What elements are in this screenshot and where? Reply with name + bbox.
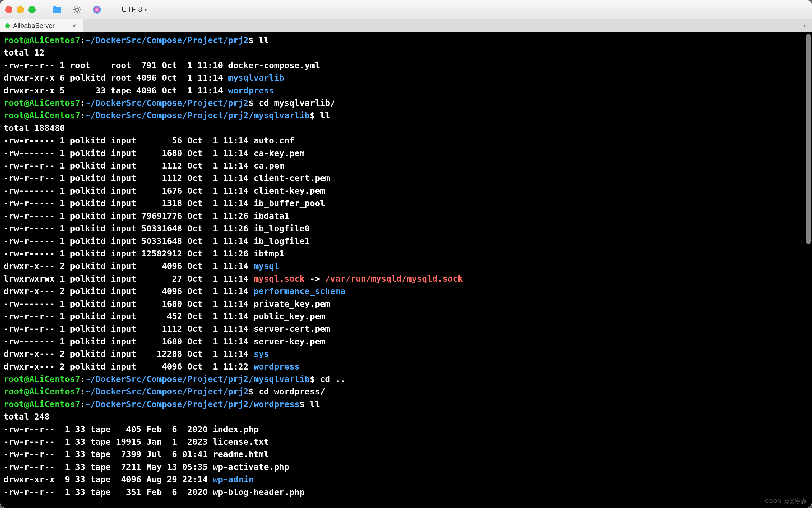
terminal-line: -rw------- 1 polkitd input 1680 Oct 1 11… <box>4 298 808 310</box>
terminal-line: drwxr-xr-x 6 polkitd root 4096 Oct 1 11:… <box>4 72 808 84</box>
terminal-line: total 188480 <box>4 122 808 134</box>
terminal-line: root@ALiCentos7:~/DockerSrc/Compose/Proj… <box>4 97 808 109</box>
terminal-line: -rw-r--r-- 1 polkitd input 1112 Oct 1 11… <box>4 172 808 184</box>
terminal-line: -rw-r--r-- 1 root root 791 Oct 1 11:10 d… <box>4 59 808 72</box>
terminal-line: root@ALiCentos7:~/DockerSrc/Compose/Proj… <box>4 373 808 385</box>
svg-line-8 <box>79 7 80 8</box>
terminal-line: -rw-r--r-- 1 33 tape 19915 Jan 1 2023 li… <box>4 435 808 448</box>
scrollbar-thumb[interactable] <box>806 34 811 244</box>
zoom-window-button[interactable] <box>29 6 36 13</box>
terminal-line: -rw------- 1 polkitd input 1680 Oct 1 11… <box>4 147 808 160</box>
tab-bar: AlibabaServer × ‹ › <box>0 19 812 32</box>
encoding-selector[interactable]: UTF-8 ▾ <box>117 4 151 15</box>
terminal-line: -rw-r--r-- 1 polkitd input 1112 Oct 1 11… <box>4 323 808 335</box>
close-tab-button[interactable]: × <box>72 22 76 29</box>
minimize-window-button[interactable] <box>17 6 24 13</box>
terminal-line: -rw------- 1 polkitd input 1680 Oct 1 11… <box>4 335 808 348</box>
terminal-line: -rw-r----- 1 polkitd input 12582912 Oct … <box>4 247 808 260</box>
encoding-label: UTF-8 <box>122 5 142 14</box>
terminal-line: lrwxrwxrwx 1 polkitd input 27 Oct 1 11:1… <box>4 272 808 285</box>
terminal-line: -rw-r----- 1 polkitd input 56 Oct 1 11:1… <box>4 134 808 147</box>
terminal-line: -rw-r----- 1 polkitd input 50331648 Oct … <box>4 222 808 235</box>
terminal-line: -rw-r--r-- 1 33 tape 351 Feb 6 2020 wp-b… <box>4 486 808 498</box>
svg-line-6 <box>79 12 80 13</box>
terminal-line: total 12 <box>4 46 808 59</box>
terminal-line: -rw-r----- 1 polkitd input 1318 Oct 1 11… <box>4 197 808 210</box>
close-window-button[interactable] <box>5 6 12 13</box>
tab-nav: ‹ › <box>800 19 812 32</box>
chevron-down-icon: ▾ <box>144 7 147 13</box>
app-window: UTF-8 ▾ AlibabaServer × ‹ › root@ALiCent… <box>0 0 812 508</box>
terminal-line: drwxr-x--- 2 polkitd input 4096 Oct 1 11… <box>4 361 808 373</box>
terminal-line: drwxr-xr-x 9 33 tape 4096 Aug 29 22:14 w… <box>4 473 808 485</box>
connection-status-dot <box>5 24 10 28</box>
svg-point-9 <box>93 6 101 13</box>
svg-line-7 <box>74 12 75 13</box>
prev-tab-button[interactable]: ‹ <box>804 23 806 29</box>
gear-icon[interactable] <box>72 5 82 15</box>
terminal-line: -rw-r--r-- 1 33 tape 405 Feb 6 2020 inde… <box>4 423 808 435</box>
svg-line-5 <box>74 7 75 8</box>
terminal-line: drwxr-x--- 2 polkitd input 12288 Oct 1 1… <box>4 348 808 360</box>
terminal-line: drwxr-x--- 2 polkitd input 4096 Oct 1 11… <box>4 260 808 272</box>
terminal-line: -rw-r----- 1 polkitd input 79691776 Oct … <box>4 210 808 222</box>
terminal-line: -rw-r--r-- 1 polkitd input 452 Oct 1 11:… <box>4 310 808 323</box>
terminal-line: root@ALiCentos7:~/DockerSrc/Compose/Proj… <box>4 34 808 46</box>
svg-point-0 <box>76 8 79 11</box>
window-traffic-lights <box>5 6 36 13</box>
terminal-line: root@ALiCentos7:~/DockerSrc/Compose/Proj… <box>4 398 808 411</box>
color-picker-icon[interactable] <box>92 5 102 15</box>
tab-title: AlibabaServer <box>13 22 55 30</box>
terminal-line: total 248 <box>4 411 808 423</box>
terminal-line: root@ALiCentos7:~/DockerSrc/Compose/Proj… <box>4 385 808 398</box>
watermark: CSDN @@宇森 <box>765 498 807 505</box>
terminal-line: root@ALiCentos7:~/DockerSrc/Compose/Proj… <box>4 109 808 122</box>
tab-alibabaserver[interactable]: AlibabaServer × <box>0 19 83 32</box>
terminal-line: -rw-r--r-- 1 33 tape 7399 Jul 6 01:41 re… <box>4 448 808 461</box>
terminal-line: drwxr-xr-x 5 33 tape 4096 Oct 1 11:14 wo… <box>4 84 808 97</box>
terminal-line: -rw-r--r-- 1 33 tape 7211 May 13 05:35 w… <box>4 461 808 473</box>
terminal-line: -rw-r--r-- 1 polkitd input 1112 Oct 1 11… <box>4 160 808 172</box>
terminal-line: -rw-r----- 1 polkitd input 50331648 Oct … <box>4 235 808 247</box>
vertical-scrollbar[interactable] <box>805 32 812 508</box>
window-toolbar: UTF-8 ▾ <box>0 0 812 19</box>
terminal-line: drwxr-x--- 2 polkitd input 4096 Oct 1 11… <box>4 285 808 297</box>
toolbar-icons <box>52 5 102 15</box>
next-tab-button[interactable]: › <box>806 23 808 29</box>
terminal-output[interactable]: root@ALiCentos7:~/DockerSrc/Compose/Proj… <box>0 32 812 508</box>
terminal-line: -rw------- 1 polkitd input 1676 Oct 1 11… <box>4 185 808 197</box>
folder-icon[interactable] <box>52 5 62 15</box>
